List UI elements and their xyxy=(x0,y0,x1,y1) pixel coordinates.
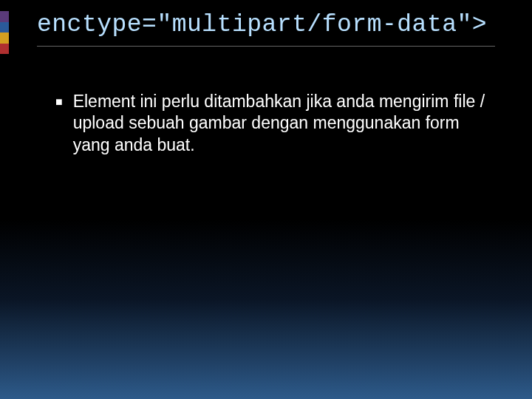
slide-body: ■ Element ini perlu ditambahkan jika and… xyxy=(0,54,532,156)
bullet-text: Element ini perlu ditambahkan jika anda … xyxy=(73,91,488,156)
list-item: ■ Element ini perlu ditambahkan jika and… xyxy=(55,91,488,156)
slide-title: enctype="multipart/form-data"> xyxy=(37,11,495,38)
slide: enctype="multipart/form-data"> ■ Element… xyxy=(0,0,532,399)
title-underline xyxy=(37,46,495,47)
accent-segment-red xyxy=(0,44,9,55)
bullet-icon: ■ xyxy=(55,91,63,113)
accent-segment-blue xyxy=(0,22,9,33)
title-area: enctype="multipart/form-data"> xyxy=(0,11,532,54)
title-accent-bar xyxy=(0,11,9,54)
accent-segment-yellow xyxy=(0,33,9,44)
accent-segment-purple xyxy=(0,11,9,22)
